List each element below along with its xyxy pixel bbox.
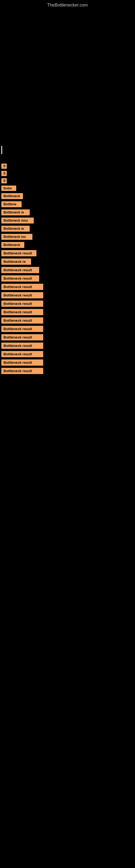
list-item: Bottleneck result — [0, 284, 135, 290]
list-item: B — [0, 163, 135, 169]
bottleneck-label: Bottleneck — [1, 193, 23, 199]
list-item: Bottleneck — [0, 242, 135, 248]
list-item: Bottleneck resu — [0, 218, 135, 223]
list-item: Bottleneck re — [0, 226, 135, 231]
main-content: BBBBottleBottleneckBottleneBottleneck re… — [0, 10, 135, 374]
list-item: Bottleneck result — [0, 343, 135, 349]
list-item: Bottleneck re — [0, 209, 135, 215]
list-item: Bottleneck result — [0, 292, 135, 299]
list-item: Bottleneck result — [0, 275, 135, 282]
bottleneck-label: Bottleneck result — [1, 317, 43, 323]
list-item: Bottle — [0, 186, 135, 191]
bottleneck-label: Bottleneck result — [1, 326, 43, 332]
bottleneck-label: Bottleneck result — [1, 334, 43, 340]
list-item: Bottleneck result — [0, 250, 135, 256]
bottleneck-label: B — [1, 178, 7, 183]
bottleneck-label: Bottleneck re — [1, 258, 31, 265]
bottleneck-label: B — [1, 163, 7, 169]
bottleneck-label: Bottleneck result — [1, 343, 43, 349]
list-item: Bottlene — [0, 201, 135, 207]
list-item: Bottleneck result — [0, 334, 135, 340]
bottleneck-label: Bottleneck result — [1, 292, 43, 299]
site-title: TheBottlenecker.com — [0, 0, 135, 10]
cursor — [1, 146, 2, 154]
bottleneck-label: Bottleneck res — [1, 234, 32, 240]
items-container: BBBBottleBottleneckBottleneBottleneck re… — [0, 158, 135, 374]
bottleneck-label: Bottleneck result — [1, 309, 43, 315]
bottleneck-label: Bottleneck re — [1, 226, 30, 231]
list-item: Bottleneck — [0, 193, 135, 199]
list-item: Bottleneck re — [0, 258, 135, 265]
list-item: Bottleneck result — [0, 351, 135, 357]
bottleneck-label: Bottleneck result — [1, 368, 43, 374]
bottleneck-label: Bottlene — [1, 201, 21, 207]
list-item: B — [0, 171, 135, 176]
bottleneck-label: Bottleneck result — [1, 284, 43, 290]
bottleneck-label: Bottleneck result — [1, 301, 43, 307]
list-item: Bottleneck result — [0, 301, 135, 307]
site-header: TheBottlenecker.com — [0, 0, 135, 10]
list-item: Bottleneck result — [0, 267, 135, 273]
bottleneck-label: Bottleneck result — [1, 267, 39, 273]
bottleneck-label: B — [1, 171, 7, 176]
bottleneck-label: Bottleneck result — [1, 351, 43, 357]
list-item: Bottleneck result — [0, 326, 135, 332]
list-item: Bottleneck result — [0, 368, 135, 374]
bottleneck-label: Bottle — [1, 186, 16, 191]
bottleneck-label: Bottleneck resu — [1, 218, 34, 223]
bottleneck-label: Bottleneck re — [1, 209, 30, 215]
list-item: Bottleneck result — [0, 360, 135, 366]
list-item: B — [0, 178, 135, 183]
list-item: Bottleneck result — [0, 317, 135, 323]
bottleneck-label: Bottleneck result — [1, 275, 39, 282]
list-item: Bottleneck result — [0, 309, 135, 315]
list-item: Bottleneck res — [0, 234, 135, 240]
bottleneck-label: Bottleneck result — [1, 250, 37, 256]
bottleneck-label: Bottleneck — [1, 242, 24, 248]
bottleneck-label: Bottleneck result — [1, 360, 43, 366]
